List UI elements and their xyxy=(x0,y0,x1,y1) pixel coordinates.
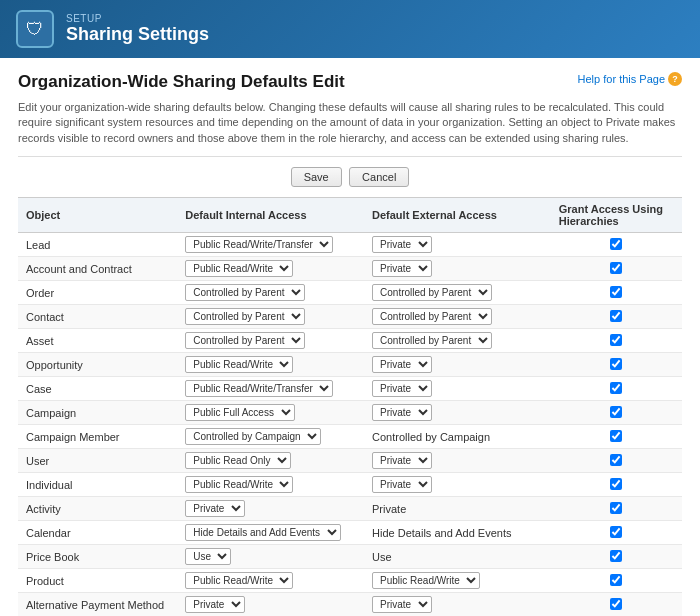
object-name: Case xyxy=(26,383,52,395)
internal-access-select[interactable]: Private xyxy=(185,596,245,613)
grant-access-checkbox[interactable] xyxy=(610,478,622,490)
internal-access-select[interactable]: Public Read/Write xyxy=(185,356,293,373)
grant-access-cell xyxy=(551,473,682,497)
internal-access-cell: Private xyxy=(177,593,364,616)
internal-access-select[interactable]: Private xyxy=(185,500,245,517)
object-name: Product xyxy=(26,575,64,587)
grant-access-cell xyxy=(551,521,682,545)
object-cell: Asset xyxy=(18,329,177,353)
internal-access-select[interactable]: Public Read/Write/Transfer xyxy=(185,380,333,397)
header-text: SETUP Sharing Settings xyxy=(66,13,209,45)
external-access-select[interactable]: Private xyxy=(372,260,432,277)
sharing-table: Object Default Internal Access Default E… xyxy=(18,197,682,616)
object-name: Lead xyxy=(26,239,50,251)
object-cell: Product xyxy=(18,569,177,593)
external-access-select[interactable]: Private xyxy=(372,452,432,469)
object-cell: Campaign Member xyxy=(18,425,177,449)
external-access-cell: Controlled by Parent xyxy=(364,305,551,329)
table-row: AssetControlled by ParentControlled by P… xyxy=(18,329,682,353)
save-button[interactable]: Save xyxy=(291,167,342,187)
grant-access-cell xyxy=(551,449,682,473)
grant-access-checkbox[interactable] xyxy=(610,358,622,370)
internal-access-select[interactable]: Hide Details and Add Events xyxy=(185,524,341,541)
internal-access-cell: Public Read/Write/Transfer xyxy=(177,233,364,257)
grant-access-checkbox[interactable] xyxy=(610,310,622,322)
grant-access-cell xyxy=(551,329,682,353)
object-cell: Account and Contract xyxy=(18,257,177,281)
internal-access-cell: Public Read/Write xyxy=(177,473,364,497)
external-access-select[interactable]: Private xyxy=(372,380,432,397)
external-access-select[interactable]: Private xyxy=(372,476,432,493)
grant-access-checkbox[interactable] xyxy=(610,574,622,586)
grant-access-checkbox[interactable] xyxy=(610,550,622,562)
grant-access-checkbox[interactable] xyxy=(610,334,622,346)
internal-access-select[interactable]: Public Read/Write xyxy=(185,572,293,589)
object-cell: Campaign xyxy=(18,401,177,425)
grant-access-checkbox[interactable] xyxy=(610,286,622,298)
external-access-text: Use xyxy=(372,551,392,563)
internal-access-select[interactable]: Controlled by Parent xyxy=(185,332,305,349)
grant-access-checkbox[interactable] xyxy=(610,598,622,610)
table-row: OrderControlled by ParentControlled by P… xyxy=(18,281,682,305)
action-bar: Save Cancel xyxy=(18,167,682,187)
external-access-cell: Controlled by Parent xyxy=(364,329,551,353)
table-row: ContactControlled by ParentControlled by… xyxy=(18,305,682,329)
external-access-select[interactable]: Controlled by Parent xyxy=(372,284,492,301)
internal-access-select[interactable]: Controlled by Parent xyxy=(185,284,305,301)
grant-access-checkbox[interactable] xyxy=(610,454,622,466)
external-access-select[interactable]: Private xyxy=(372,236,432,253)
external-access-cell: Controlled by Parent xyxy=(364,281,551,305)
external-access-select[interactable]: Private xyxy=(372,596,432,613)
object-cell: User xyxy=(18,449,177,473)
internal-access-cell: Controlled by Parent xyxy=(177,281,364,305)
internal-access-select[interactable]: Public Read/Write xyxy=(185,260,293,277)
grant-access-cell xyxy=(551,545,682,569)
external-access-cell: Private xyxy=(364,449,551,473)
external-access-select[interactable]: Private xyxy=(372,404,432,421)
internal-access-select[interactable]: Controlled by Parent xyxy=(185,308,305,325)
internal-access-cell: Public Read Only xyxy=(177,449,364,473)
internal-access-select[interactable]: Public Read/Write/Transfer xyxy=(185,236,333,253)
grant-access-checkbox[interactable] xyxy=(610,382,622,394)
external-access-select[interactable]: Private xyxy=(372,356,432,373)
object-name: Individual xyxy=(26,479,72,491)
help-link[interactable]: Help for this Page ? xyxy=(578,72,682,86)
external-access-select[interactable]: Controlled by Parent xyxy=(372,308,492,325)
object-name: Activity xyxy=(26,503,61,515)
cancel-button[interactable]: Cancel xyxy=(349,167,409,187)
internal-access-select[interactable]: Controlled by Campaign xyxy=(185,428,321,445)
object-cell: Lead xyxy=(18,233,177,257)
object-cell: Calendar xyxy=(18,521,177,545)
external-access-text: Hide Details and Add Events xyxy=(372,527,511,539)
external-access-cell: Hide Details and Add Events xyxy=(364,521,551,545)
internal-access-cell: Controlled by Parent xyxy=(177,305,364,329)
grant-access-checkbox[interactable] xyxy=(610,238,622,250)
grant-access-checkbox[interactable] xyxy=(610,406,622,418)
internal-access-cell: Public Read/Write xyxy=(177,353,364,377)
external-access-select[interactable]: Controlled by Parent xyxy=(372,332,492,349)
external-access-select[interactable]: Public Read/Write xyxy=(372,572,480,589)
object-name: Account and Contract xyxy=(26,263,132,275)
page-title: Organization-Wide Sharing Defaults Edit xyxy=(18,72,345,92)
external-access-cell: Private xyxy=(364,593,551,616)
col-header-internal: Default Internal Access xyxy=(177,198,364,233)
grant-access-checkbox[interactable] xyxy=(610,526,622,538)
internal-access-select[interactable]: Public Read/Write xyxy=(185,476,293,493)
grant-access-checkbox[interactable] xyxy=(610,502,622,514)
internal-access-select[interactable]: Public Full Access xyxy=(185,404,295,421)
object-cell: Opportunity xyxy=(18,353,177,377)
grant-access-cell xyxy=(551,305,682,329)
grant-access-checkbox[interactable] xyxy=(610,430,622,442)
external-access-cell: Private xyxy=(364,377,551,401)
object-name: Calendar xyxy=(26,527,71,539)
grant-access-checkbox[interactable] xyxy=(610,262,622,274)
internal-access-select[interactable]: Public Read Only xyxy=(185,452,291,469)
external-access-text: Private xyxy=(372,503,406,515)
external-access-text: Controlled by Campaign xyxy=(372,431,490,443)
internal-access-select[interactable]: Use xyxy=(185,548,231,565)
object-cell: Contact xyxy=(18,305,177,329)
table-row: OpportunityPublic Read/WritePrivate xyxy=(18,353,682,377)
table-row: Alternative Payment MethodPrivatePrivate xyxy=(18,593,682,616)
object-name: Contact xyxy=(26,311,64,323)
internal-access-cell: Controlled by Campaign xyxy=(177,425,364,449)
